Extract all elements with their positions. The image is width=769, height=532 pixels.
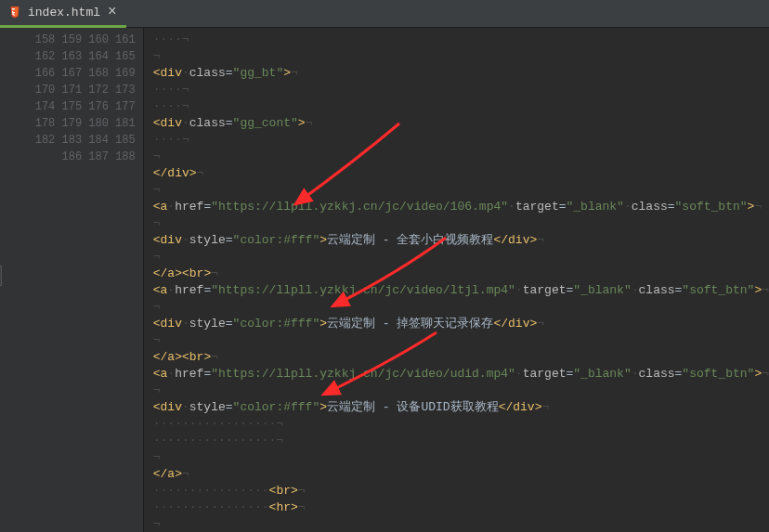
code-line[interactable]: ¬ [153, 249, 769, 266]
close-icon[interactable]: × [106, 5, 117, 19]
code-line[interactable]: ¬ [153, 149, 769, 165]
code-line[interactable]: ¬ [153, 332, 769, 349]
code-editor[interactable]: ‹ 158 159 160 161 162 163 164 165 166 16… [0, 28, 769, 532]
code-line[interactable]: ····¬ [153, 82, 769, 98]
code-line[interactable]: <div·class="gg_bt">¬ [153, 65, 769, 82]
code-line[interactable]: <div·style="color:#fff">云端定制 - 设备UDID获取教… [153, 399, 769, 416]
code-line[interactable]: </div>¬ [153, 165, 769, 182]
file-tab[interactable]: index.html × [0, 0, 126, 28]
code-line[interactable]: ¬ [153, 383, 769, 399]
code-line[interactable]: </a>¬ [153, 466, 769, 483]
code-line[interactable]: <a·href="https://llpll.yzkkj.cn/jc/video… [153, 199, 769, 215]
code-line[interactable]: ¬ [153, 516, 769, 532]
code-line[interactable]: ¬ [153, 215, 769, 232]
code-line[interactable]: ¬ [153, 299, 769, 316]
code-line[interactable]: <div·style="color:#fff">云端定制 - 全套小白视频教程<… [153, 232, 769, 249]
code-line[interactable]: ····¬ [153, 98, 769, 115]
html5-file-icon [7, 5, 22, 19]
code-line[interactable]: ¬ [153, 449, 769, 466]
code-line[interactable]: <div·style="color:#fff">云端定制 - 掉签聊天记录保存<… [153, 316, 769, 332]
code-area[interactable]: ····¬¬<div·class="gg_bt">¬····¬····¬<div… [144, 28, 769, 532]
code-line[interactable]: <div·class="gg_cont">¬ [153, 115, 769, 132]
code-line[interactable]: ·················¬ [153, 433, 769, 449]
code-line[interactable]: </a><br>¬ [153, 266, 769, 282]
line-number-gutter: 158 159 160 161 162 163 164 165 166 167 … [0, 28, 144, 532]
code-line[interactable]: </a><br>¬ [153, 349, 769, 366]
tab-title: index.html [28, 6, 100, 19]
code-line[interactable]: ················<br>¬ [153, 483, 769, 500]
code-line[interactable]: ················<hr>¬ [153, 500, 769, 516]
gutter-collapse-icon[interactable]: ‹ [0, 266, 2, 286]
code-line[interactable]: <a·href="https://llpll.yzkkj.cn/jc/video… [153, 366, 769, 383]
code-line[interactable]: ¬ [153, 182, 769, 199]
code-line[interactable]: <a·href="https://llpll.yzkkj.cn/jc/video… [153, 282, 769, 299]
code-line[interactable]: ····¬ [153, 32, 769, 48]
code-line[interactable]: ¬ [153, 48, 769, 65]
code-line[interactable]: ····¬ [153, 132, 769, 149]
tab-bar: index.html × [0, 0, 769, 28]
code-line[interactable]: ·················¬ [153, 416, 769, 433]
